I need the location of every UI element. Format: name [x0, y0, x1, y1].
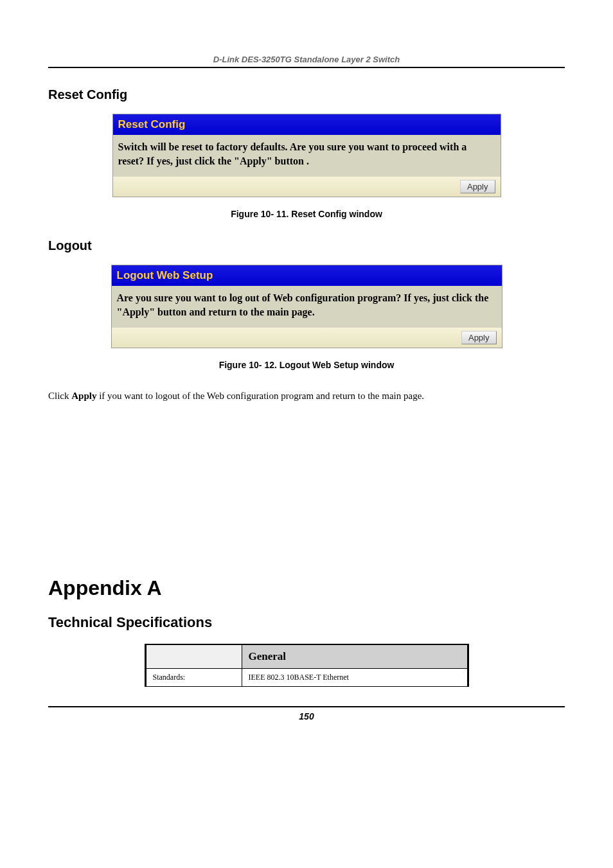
page-number: 150 — [48, 711, 565, 722]
table-header-empty — [145, 644, 242, 669]
logout-caption: Figure 10- 12. Logout Web Setup window — [48, 360, 565, 370]
reset-config-caption: Figure 10- 11. Reset Config window — [48, 209, 565, 219]
logout-title: Logout Web Setup — [117, 269, 213, 281]
reset-config-footer: Apply — [113, 177, 501, 197]
reset-config-body: Switch will be reset to factory defaults… — [113, 135, 501, 177]
logout-para-pre: Click — [48, 391, 71, 401]
header-title: D-Link DES-3250TG Standalone Layer 2 Swi… — [48, 55, 565, 64]
logout-panel: Logout Web Setup Are you sure you want t… — [111, 265, 502, 348]
footer-divider — [48, 706, 565, 707]
appendix-title: Appendix A — [48, 576, 565, 600]
page-footer: 150 — [48, 706, 565, 722]
logout-instruction: Click Apply if you want to logout of the… — [48, 389, 565, 403]
reset-config-apply-button[interactable]: Apply — [460, 180, 495, 193]
table-header-general: General — [242, 644, 468, 669]
reset-config-heading: Reset Config — [48, 87, 565, 102]
logout-apply-button[interactable]: Apply — [461, 331, 497, 344]
logout-title-bar: Logout Web Setup — [112, 265, 502, 286]
reset-config-title: Reset Config — [118, 118, 186, 130]
table-row-value: IEEE 802.3 10BASE-T Ethernet — [242, 669, 468, 687]
tech-specs-heading: Technical Specifications — [48, 614, 565, 631]
logout-footer: Apply — [112, 328, 502, 348]
specs-table: General Standards: IEEE 802.3 10BASE-T E… — [145, 644, 469, 687]
logout-body: Are you sure you want to log out of Web … — [112, 286, 502, 328]
reset-config-title-bar: Reset Config — [113, 114, 501, 135]
logout-para-post: if you want to logout of the Web configu… — [96, 391, 424, 401]
logout-heading: Logout — [48, 238, 565, 253]
table-header-row: General — [145, 644, 468, 669]
logout-para-bold: Apply — [71, 391, 96, 401]
table-row: Standards: IEEE 802.3 10BASE-T Ethernet — [145, 669, 468, 687]
header-divider — [48, 67, 565, 68]
table-row-label: Standards: — [145, 669, 242, 687]
reset-config-panel: Reset Config Switch will be reset to fac… — [112, 114, 501, 197]
page-header: D-Link DES-3250TG Standalone Layer 2 Swi… — [48, 0, 565, 68]
logout-message: Are you sure you want to log out of Web … — [117, 291, 497, 319]
reset-config-message: Switch will be reset to factory defaults… — [118, 140, 495, 168]
